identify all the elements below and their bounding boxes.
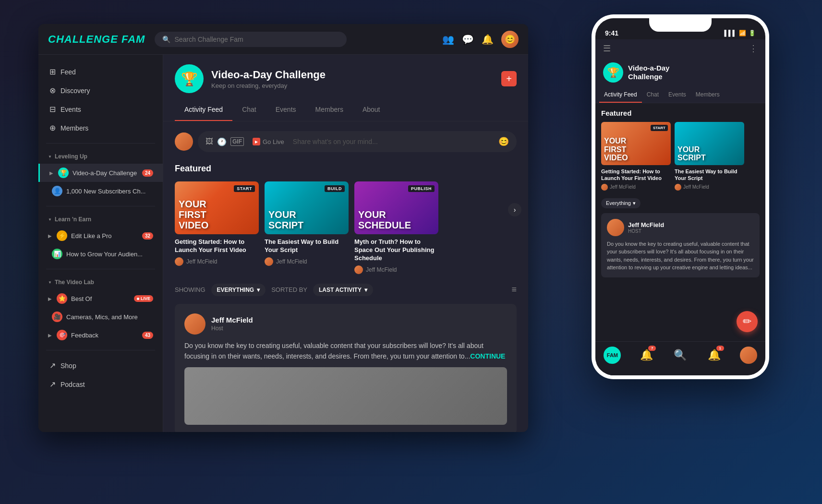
card-thumb-3: PUBLISH YOURSCHEDULE — [354, 181, 438, 234]
post-text: Do you know the key to creating useful, … — [184, 342, 484, 360]
phone-bottom-profile[interactable] — [740, 347, 757, 364]
tab-chat[interactable]: Chat — [232, 99, 266, 121]
sidebar-channel-best-of[interactable]: ▶ ⭐ Best Of LIVE — [38, 289, 163, 308]
showing-dropdown[interactable]: EVERYTHING ▾ — [211, 284, 266, 296]
app-logo: CHALLENGE FAM — [48, 33, 145, 46]
sidebar-channel-cameras[interactable]: 🎥 Cameras, Mics, and More — [38, 308, 163, 326]
section-learn-earn[interactable]: ▼ Learn 'n Earn — [38, 212, 163, 227]
sidebar-item-members[interactable]: ⊕ Members — [38, 119, 163, 137]
sidebar-label-members: Members — [60, 124, 88, 132]
sidebar-item-feed[interactable]: ⊞ Feed — [38, 62, 163, 81]
sidebar-channel-video-day[interactable]: ▶ 🏆 Video-a-Day Challenge 24 — [38, 164, 163, 182]
card-title-1: Getting Started: How to Launch Your Firs… — [175, 238, 259, 254]
host-badge: Host — [211, 325, 253, 332]
sorted-label: SORTED BY — [271, 286, 307, 293]
sidebar-item-discovery[interactable]: ⊗ Discovery — [38, 81, 163, 100]
card-author-3: Jeff McField — [354, 265, 438, 274]
play-icon: ▶ — [253, 138, 260, 145]
post-author-avatar — [184, 313, 206, 335]
gif-icon[interactable]: GIF — [230, 137, 244, 146]
sidebar: ⊞ Feed ⊗ Discovery ⊟ Events ⊕ Members ▼ … — [38, 55, 163, 432]
user-avatar[interactable]: 😊 — [501, 31, 519, 48]
search-bar[interactable]: 🔍 — [155, 32, 347, 47]
phone-featured-title: Featured — [601, 109, 760, 117]
sidebar-item-podcast[interactable]: ↗ Podcast — [38, 375, 163, 394]
post-input-box[interactable]: 🖼 🕐 GIF ▶ Go Live Share what's on your m… — [198, 131, 517, 152]
featured-title: Featured — [175, 164, 517, 174]
clock-icon[interactable]: 🕐 — [217, 137, 227, 146]
section-label-video-lab: The Video Lab — [55, 279, 94, 286]
tab-members[interactable]: Members — [306, 99, 353, 121]
phone-card-1[interactable]: START YOURFIRSTVIDEO Getting Started: Ho… — [601, 122, 671, 191]
search-input[interactable] — [174, 36, 339, 43]
channel-name-subscribers: 1,000 New Subscribers Ch... — [66, 188, 153, 195]
featured-card-2[interactable]: BUILD YOURSCRIPT The Easiest Way to Buil… — [265, 181, 349, 274]
phone-tab-members[interactable]: Members — [691, 87, 725, 103]
phone-featured-cards: START YOURFIRSTVIDEO Getting Started: Ho… — [601, 122, 760, 191]
section-leveling-up[interactable]: ▼ Leveling Up — [38, 149, 163, 164]
emoji-icon[interactable]: 😊 — [498, 136, 509, 147]
phone-card-author-2: Jeff McField — [675, 184, 744, 191]
channel-name-video-day: Video-a-Day Challenge — [73, 169, 138, 177]
group-avatar: 🏆 — [175, 64, 204, 93]
tab-activity-feed[interactable]: Activity Feed — [175, 99, 232, 121]
people-icon[interactable]: 👥 — [442, 34, 454, 45]
phone-post-author-info: Jeff McField HOST — [628, 221, 664, 234]
add-button[interactable]: + — [501, 71, 517, 86]
phone-post-card: Jeff McField HOST Do you know the key to… — [601, 213, 760, 277]
go-live-button[interactable]: ▶ Go Live — [249, 136, 288, 147]
phone-bottom-bar: FAM 🔔 7 🔍 🔔 1 — [595, 341, 765, 375]
phone-menu-icon[interactable]: ☰ — [603, 43, 611, 54]
card-big-text-1: YOURFIRSTVIDEO — [179, 199, 208, 230]
phone-notifications-icon: 🔔 1 — [706, 347, 723, 364]
card-author-1: Jeff McField — [175, 257, 259, 266]
post-input-bar: 🖼 🕐 GIF ▶ Go Live Share what's on your m… — [175, 131, 517, 152]
phone-bottom-fam[interactable]: FAM — [604, 347, 621, 364]
image-icon[interactable]: 🖼 — [206, 137, 213, 146]
sorted-dropdown[interactable]: LAST ACTIVITY ▾ — [313, 284, 373, 296]
featured-card-1[interactable]: START YOURFIRSTVIDEO Getting Started: Ho… — [175, 181, 259, 274]
post-continue[interactable]: CONTINUE — [470, 352, 505, 360]
phone-tab-activity[interactable]: Activity Feed — [599, 87, 642, 103]
sidebar-channel-edit-pro[interactable]: ▶ ⚡ Edit Like a Pro 32 — [38, 227, 163, 245]
section-video-lab[interactable]: ▼ The Video Lab — [38, 275, 163, 289]
list-view-icon[interactable]: ≡ — [511, 285, 517, 295]
phone-card-author-1: Jeff McField — [601, 184, 671, 191]
phone-outer: 9:41 ▌▌▌ 📶 🔋 ☰ ⋮ 🏆 Video-a-DayChallenge — [592, 14, 769, 379]
card-title-2: The Easiest Way to Build Your Script — [265, 238, 349, 254]
carousel-next[interactable]: › — [508, 203, 521, 216]
group-info: Video-a-Day Challenge Keep on creating, … — [211, 69, 326, 89]
bell-icon[interactable]: 🔔 — [482, 34, 494, 45]
chat-icon[interactable]: 💬 — [462, 34, 474, 45]
card-author-avatar-1 — [175, 257, 183, 266]
phone-card-big-text-1: YOURFIRSTVIDEO — [604, 137, 628, 162]
featured-card-3[interactable]: PUBLISH YOURSCHEDULE Myth or Truth? How … — [354, 181, 438, 274]
header-icons: 👥 💬 🔔 😊 — [442, 31, 519, 48]
feed-content: 🖼 🕐 GIF ▶ Go Live Share what's on your m… — [163, 121, 528, 432]
post-image — [184, 367, 507, 425]
phone-card-thumb-1: START YOURFIRSTVIDEO — [601, 122, 671, 165]
chevron-down-icon-3: ▼ — [48, 280, 52, 285]
card-thumb-2: BUILD YOURSCRIPT — [265, 181, 349, 234]
phone-bottom-activity[interactable]: 🔔 7 — [638, 347, 655, 364]
phone-group-name: Video-a-DayChallenge — [628, 64, 669, 81]
phone-bottom-notifications[interactable]: 🔔 1 — [706, 347, 723, 364]
tab-events[interactable]: Events — [266, 99, 306, 121]
sidebar-channel-feedback[interactable]: ▶ 🎯 Feedback 43 — [38, 326, 163, 344]
app-body: ⊞ Feed ⊗ Discovery ⊟ Events ⊕ Members ▼ … — [38, 55, 528, 432]
sidebar-divider-3 — [46, 269, 155, 269]
sidebar-channel-grow[interactable]: 📊 How to Grow Your Audien... — [38, 245, 163, 263]
phone-card-2[interactable]: YOURSCRIPT The Easiest Way to Build Your… — [675, 122, 744, 191]
featured-cards: START YOURFIRSTVIDEO Getting Started: Ho… — [175, 181, 517, 274]
sidebar-item-events[interactable]: ⊟ Events — [38, 100, 163, 119]
phone-fab[interactable]: ✏ — [737, 311, 758, 332]
phone-bottom-search[interactable]: 🔍 — [672, 347, 689, 364]
tab-about[interactable]: About — [353, 99, 390, 121]
sidebar-channel-subscribers[interactable]: 👤 1,000 New Subscribers Ch... — [38, 182, 163, 200]
phone-tab-chat[interactable]: Chat — [642, 87, 664, 103]
phone-tab-events[interactable]: Events — [664, 87, 691, 103]
phone-more-icon[interactable]: ⋮ — [749, 43, 758, 54]
phone-filter-dropdown[interactable]: Everything ▾ — [601, 198, 641, 208]
sidebar-item-shop[interactable]: ↗ Shop — [38, 356, 163, 375]
sidebar-divider-1 — [46, 143, 155, 144]
